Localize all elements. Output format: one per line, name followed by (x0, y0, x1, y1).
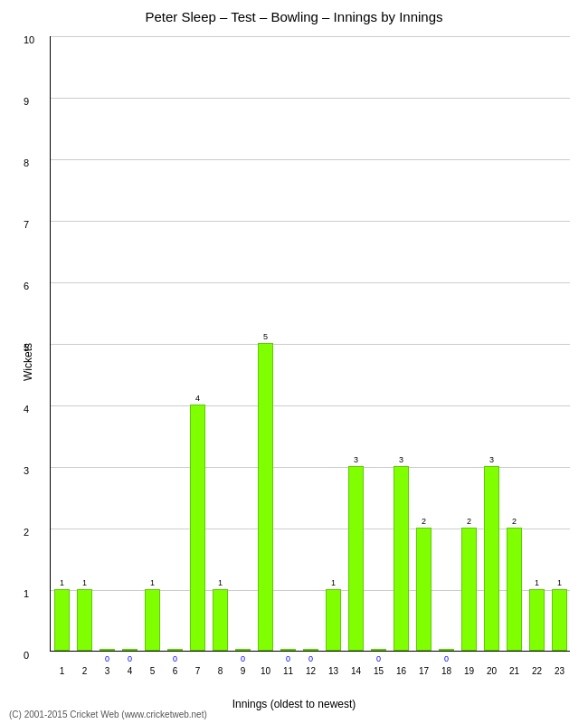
grid-line (51, 98, 570, 99)
bar (235, 649, 250, 651)
bar-value-label: 1 (331, 578, 336, 587)
x-tick-label: 7 (195, 666, 201, 676)
bar (100, 649, 114, 651)
x-tick-label: 11 (283, 666, 293, 676)
bar-value-label: 4 (195, 394, 200, 403)
bar-value-label: 1 (557, 578, 562, 587)
bar (439, 649, 453, 651)
bar-value-label: 1 (218, 578, 223, 587)
bar-value-label: 2 (467, 517, 471, 526)
x-tick-label: 19 (464, 666, 474, 676)
x-tick-label: 8 (218, 666, 223, 676)
y-tick-label: 3 (24, 465, 29, 476)
bar-value-label: 3 (489, 455, 494, 464)
bar-zero-label: 0 (308, 654, 313, 663)
bar-zero-label: 0 (376, 654, 381, 663)
bar (77, 589, 91, 651)
bar (122, 649, 137, 651)
bar-value-label: 2 (422, 517, 426, 526)
x-axis-label: Innings (oldest to newest) (232, 698, 356, 710)
bar-zero-label: 0 (173, 654, 177, 663)
bar (280, 649, 295, 651)
bar (348, 466, 363, 651)
y-tick-label: 4 (24, 404, 29, 414)
grid-line (51, 221, 570, 222)
x-tick-label: 23 (555, 666, 564, 676)
x-tick-label: 10 (261, 666, 270, 676)
bar (416, 528, 431, 651)
x-tick-label: 4 (128, 666, 133, 676)
y-tick-label: 10 (24, 34, 34, 45)
x-tick-label: 3 (105, 666, 110, 676)
x-tick-label: 15 (374, 666, 384, 676)
bar-value-label: 2 (512, 517, 517, 526)
bar (507, 528, 521, 651)
x-tick-label: 2 (82, 666, 88, 676)
bar-value-label: 1 (60, 578, 64, 587)
y-tick-label: 6 (24, 281, 29, 291)
y-tick-label: 1 (24, 588, 29, 599)
bar (484, 466, 498, 651)
x-tick-label: 20 (487, 666, 497, 676)
x-tick-label: 13 (328, 666, 338, 676)
x-tick-label: 16 (396, 666, 406, 676)
grid-line (51, 405, 570, 406)
grid-line (51, 282, 570, 283)
x-tick-label: 1 (60, 666, 65, 676)
bar (145, 589, 159, 651)
bar (371, 649, 385, 651)
bar-zero-label: 0 (128, 654, 132, 663)
x-tick-label: 12 (306, 666, 316, 676)
bar-value-label: 3 (399, 455, 403, 464)
y-tick-label: 9 (24, 96, 29, 107)
bar-value-label: 1 (150, 578, 155, 587)
x-tick-label: 9 (241, 666, 246, 676)
bar-value-label: 5 (263, 332, 268, 341)
bar-zero-label: 0 (286, 654, 290, 663)
bar (167, 649, 182, 651)
bar (529, 589, 544, 651)
y-tick-label: 7 (24, 219, 29, 230)
x-tick-label: 6 (173, 666, 178, 676)
grid-line (51, 344, 570, 345)
bar-zero-label: 0 (444, 654, 449, 663)
bar (190, 405, 204, 651)
y-tick-label: 0 (24, 650, 29, 661)
bar-value-label: 1 (82, 578, 87, 587)
bar-value-label: 1 (535, 578, 539, 587)
bar (552, 589, 566, 651)
chart-title: Peter Sleep – Test – Bowling – Innings b… (0, 0, 588, 29)
x-tick-label: 22 (532, 666, 542, 676)
y-tick-label: 2 (24, 527, 29, 538)
bar (461, 528, 476, 651)
chart-area: 0123456789101112030415064718095100110121… (50, 36, 570, 652)
x-tick-label: 14 (351, 666, 361, 676)
bar (213, 589, 227, 651)
x-tick-label: 18 (441, 666, 451, 676)
bar (326, 589, 340, 651)
copyright: (C) 2001-2015 Cricket Web (www.cricketwe… (9, 710, 207, 719)
x-tick-label: 5 (150, 666, 156, 676)
bar (258, 343, 272, 651)
bar-value-label: 3 (354, 455, 358, 464)
bar-zero-label: 0 (241, 654, 245, 663)
grid-line (51, 159, 570, 160)
x-tick-label: 17 (419, 666, 429, 676)
y-tick-label: 5 (24, 342, 29, 353)
bar-zero-label: 0 (105, 654, 109, 663)
bar (303, 649, 318, 651)
y-tick-label: 8 (24, 157, 29, 168)
bar (54, 589, 69, 651)
chart-container: Peter Sleep – Test – Bowling – Innings b… (0, 0, 588, 724)
x-tick-label: 21 (509, 666, 519, 676)
grid-line (51, 36, 570, 37)
bar (394, 466, 408, 651)
